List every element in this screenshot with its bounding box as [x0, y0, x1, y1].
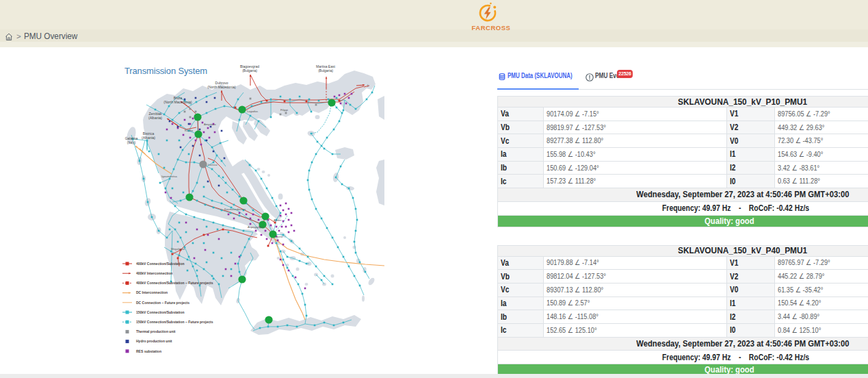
svg-text:I: I	[367, 84, 368, 88]
svg-text:Megalopoli: Megalopoli	[171, 247, 185, 251]
svg-text:Filippi: Filippi	[280, 108, 288, 112]
svg-text:(North Macedonia): (North Macedonia)	[207, 85, 236, 89]
svg-text:(Bulgaria): (Bulgaria)	[242, 68, 257, 73]
svg-text:Igoumenitsa: Igoumenitsa	[161, 175, 177, 178]
svg-text:Transmission System: Transmission System	[124, 66, 207, 76]
svg-text:Koumoundourou: Koumoundourou	[224, 207, 246, 211]
svg-text:Lavrio: Lavrio	[275, 235, 283, 238]
svg-text:Hydro production unit: Hydro production unit	[136, 339, 172, 343]
svg-text:400kV Connection/Substation –: 400kV Connection/Substation – Future pro…	[136, 281, 213, 285]
svg-text:DC Interconnection: DC Interconnection	[136, 290, 168, 294]
svg-text:(Albania): (Albania)	[142, 136, 155, 140]
svg-text:400kV Connection/Substation: 400kV Connection/Substation	[136, 262, 185, 266]
svg-text:(Albania): (Albania)	[148, 116, 162, 120]
svg-text:Lagadas: Lagadas	[247, 110, 258, 113]
svg-text:(Italy): (Italy)	[127, 140, 136, 144]
svg-text:150kV Connection/Substation –: 150kV Connection/Substation – Future pro…	[136, 320, 213, 324]
svg-text:Thermal production unit: Thermal production unit	[136, 329, 176, 333]
svg-text:Amyntaio: Amyntaio	[204, 123, 216, 126]
svg-text:Larissa: Larissa	[208, 163, 218, 166]
svg-text:DC Connection – Future project: DC Connection – Future projects	[136, 301, 189, 305]
svg-text:RES substation: RES substation	[136, 349, 161, 353]
svg-text:Aliveri: Aliveri	[274, 218, 281, 222]
svg-text:(North Macedonia): (North Macedonia)	[163, 100, 192, 104]
svg-text:Kardia: Kardia	[185, 129, 194, 132]
svg-text:150kV Connection/Substation: 150kV Connection/Substation	[136, 310, 185, 314]
svg-text:Aspropyrgos: Aspropyrgos	[248, 225, 264, 229]
svg-text:400kV Interconnection: 400kV Interconnection	[136, 271, 172, 275]
svg-text:(Bulgaria): (Bulgaria)	[318, 68, 333, 73]
